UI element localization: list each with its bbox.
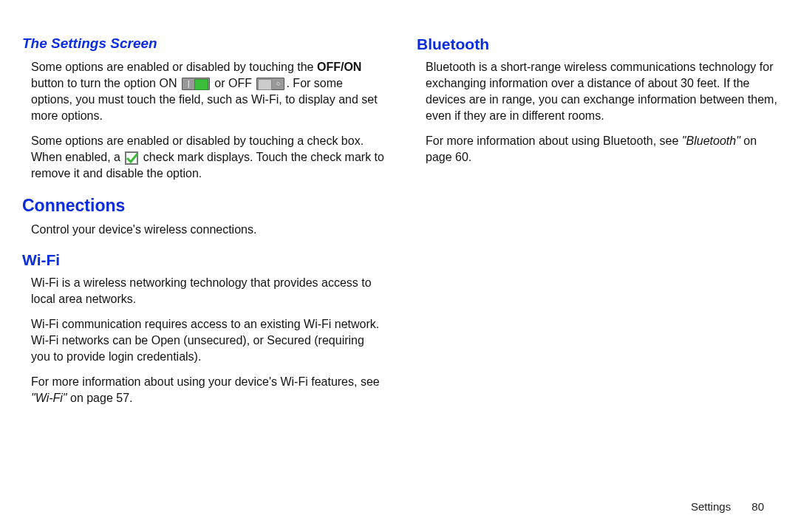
bluetooth-para-1: Bluetooth is a short-range wireless comm… [417,59,780,124]
settings-para-1: Some options are enabled or disabled by … [22,59,386,124]
footer-page-number: 80 [751,500,764,513]
heading-bluetooth: Bluetooth [417,35,780,53]
right-column: Bluetooth Bluetooth is a short-range wir… [417,35,780,415]
footer-section: Settings [691,500,731,513]
wifi-para-3: For more information about using your de… [22,374,386,406]
toggle-on-icon [182,78,210,90]
page-content: The Settings Screen Some options are ena… [22,35,783,415]
bluetooth-para-2: For more information about using Bluetoo… [417,133,780,166]
text: button to turn the option ON [31,77,180,89]
wifi-para-1: Wi-Fi is a wireless networking technolog… [22,275,386,307]
page-footer: Settings 80 [691,500,764,513]
heading-settings-screen: The Settings Screen [22,35,386,52]
wifi-xref: "Wi-Fi" [31,392,67,404]
bluetooth-xref: "Bluetooth" [682,134,740,147]
left-column: The Settings Screen Some options are ena… [22,35,386,415]
text: For more information about using Bluetoo… [426,134,682,147]
off-on-label: OFF/ON [317,61,361,73]
text: on page 57. [67,392,133,404]
heading-wifi: Wi-Fi [22,251,386,269]
heading-connections: Connections [22,196,386,216]
text: Some options are enabled or disabled by … [31,61,317,73]
settings-para-2: Some options are enabled or disabled by … [22,133,386,182]
connections-para: Control your device's wireless connectio… [22,222,386,238]
text: or OFF [211,77,256,89]
wifi-para-2: Wi-Fi communication requires access to a… [22,316,386,365]
text: For more information about using your de… [31,375,380,388]
checkmark-icon [125,151,138,165]
toggle-off-icon [256,78,284,90]
